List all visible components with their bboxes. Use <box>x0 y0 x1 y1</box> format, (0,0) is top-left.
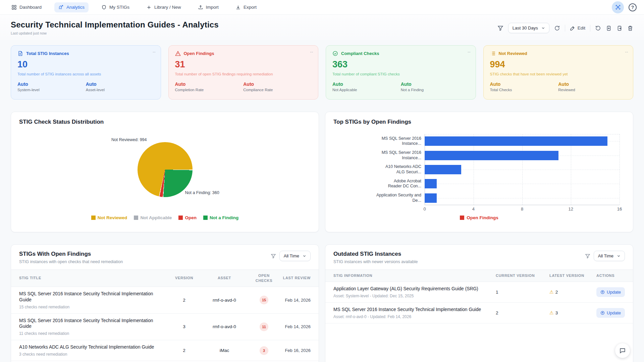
bar[interactable] <box>425 165 461 174</box>
undo-icon[interactable] <box>595 25 601 31</box>
import-upload-icon <box>198 5 203 10</box>
version-cell: 3 <box>169 313 199 340</box>
bar-row: Adobe AcrobatReader DC Con... <box>333 177 620 191</box>
nav-export[interactable]: Export <box>231 2 261 12</box>
date-range-select[interactable]: Last 30 Days <box>508 23 549 33</box>
pie-legend-item[interactable]: Not Applicable <box>134 215 172 220</box>
pie-chart-title: STIG Check Status Distribution <box>19 119 311 125</box>
table-subtitle: STIG instances with newer versions avail… <box>333 259 418 264</box>
nav-my-stigs[interactable]: My STIGs <box>97 2 133 12</box>
pie-chart-area: Not Reviewed: 994 Not a Finding: 360 <box>19 127 311 212</box>
nav-library-new[interactable]: Library / New <box>142 2 185 12</box>
pie[interactable] <box>138 142 193 197</box>
card-menu-button[interactable]: -- <box>625 50 628 54</box>
axis-tick: 8 <box>521 206 523 212</box>
delete-trash-icon[interactable] <box>627 25 633 31</box>
update-button[interactable]: Update <box>596 287 625 297</box>
dashboard-grid-icon <box>11 5 17 10</box>
last-review-cell: Feb 14, 2026 <box>278 287 319 313</box>
legend-swatch <box>460 216 464 220</box>
table-row[interactable]: Application Layer Gateway (ALG) Security… <box>325 282 633 302</box>
outdated-instances-table-card: Outdated STIG Instances STIG instances w… <box>325 244 633 362</box>
chevron-down-icon <box>541 26 545 30</box>
bar[interactable] <box>425 151 558 160</box>
card-menu-button[interactable]: -- <box>153 50 156 54</box>
remediation-note: 11 checks need remediation <box>19 331 166 336</box>
card-menu-button[interactable]: -- <box>310 50 313 54</box>
refresh-icon[interactable] <box>554 25 560 31</box>
analytics-chart-icon <box>58 5 64 10</box>
pie-legend-item[interactable]: Not Reviewed <box>91 215 127 220</box>
table-row[interactable]: A10 Networks ADC ALG Security Technical … <box>11 340 319 361</box>
stat-description: Total number of open STIG findings requi… <box>175 72 312 76</box>
stat-title: Open Findings <box>184 51 214 56</box>
stat-card-not-reviewed: -- Not Reviewed 994 STIG checks that hav… <box>483 45 634 100</box>
stat-description: STIG checks that have not been reviewed … <box>490 72 627 76</box>
table-row[interactable]: MS SQL Server 2016 Instance Security Tec… <box>11 313 319 340</box>
legend-swatch <box>203 216 208 220</box>
bar[interactable] <box>425 179 437 188</box>
gridline <box>620 134 620 205</box>
time-filter-select[interactable]: All Time <box>594 251 625 261</box>
bar-chart-card: Top STIGs by Open Findings MS SQL Server… <box>325 112 633 232</box>
last-updated-text: Last updated just now <box>11 31 219 35</box>
column-header: LAST REVIEW <box>278 270 319 287</box>
time-filter-select[interactable]: All Time <box>279 251 311 261</box>
help-button[interactable]: ? <box>629 3 637 11</box>
current-version-cell: 1 <box>493 282 547 302</box>
stig-title: Application Layer Gateway (ALG) Security… <box>333 286 490 292</box>
clipboard-export-icon[interactable] <box>616 25 623 31</box>
stig-title: MS SQL Server 2016 Instance Security Tec… <box>19 318 166 330</box>
bar-category-label: MS SQL Server 2016Instance... <box>333 136 421 146</box>
bar-axis: 0481216 <box>425 205 620 213</box>
bar-chart-title: Top STIGs by Open Findings <box>333 119 625 125</box>
open-checks-badge: 15 <box>260 296 268 304</box>
update-arrow-icon <box>600 311 605 315</box>
latest-version-value: 3 <box>555 310 558 315</box>
stat-value: 31 <box>175 59 312 70</box>
stat-value: 363 <box>332 59 469 70</box>
bar-category-label: Adobe AcrobatReader DC Con... <box>333 179 421 189</box>
axis-tick: 16 <box>617 206 622 212</box>
warning-triangle-icon <box>175 51 181 56</box>
plus-icon <box>146 5 152 10</box>
fullscreen-button[interactable] <box>612 1 624 13</box>
column-header: LATEST VERSION <box>547 270 594 282</box>
asset-meta: Asset: rmf-o-avd-0 - Updated: Feb 14, 20… <box>333 314 490 319</box>
stat-cards-row: -- Total STIG Instances 10 Total number … <box>11 45 633 100</box>
chevron-down-icon <box>617 254 621 258</box>
pie-legend-item[interactable]: Open <box>178 215 197 220</box>
nav-dashboard[interactable]: Dashboard <box>7 2 46 12</box>
filter-funnel-icon[interactable] <box>271 253 276 259</box>
legend-swatch <box>134 216 138 220</box>
chat-button[interactable] <box>615 343 630 358</box>
export-download-icon <box>235 5 241 10</box>
asset-cell: rmf-o-avd-0 <box>199 287 250 313</box>
last-review-cell: Feb 16, 2026 <box>278 340 319 361</box>
axis-tick: 0 <box>423 206 426 212</box>
remediation-note: 15 checks need remediation <box>19 305 166 309</box>
column-header: ASSET <box>199 270 250 287</box>
clipboard-import-icon[interactable] <box>606 25 612 31</box>
bar[interactable] <box>425 193 437 203</box>
outdated-instances-table: STIG INFORMATION CURRENT VERSION LATEST … <box>325 269 633 323</box>
bar-legend-item[interactable]: Open Findings <box>333 215 625 220</box>
filter-funnel-icon[interactable] <box>497 25 503 31</box>
last-review-cell: Feb 14, 2026 <box>278 313 319 340</box>
table-row[interactable]: MS SQL Server 2016 Instance Security Tec… <box>325 302 633 323</box>
table-row[interactable]: MS SQL Server 2016 Instance Security Tec… <box>11 287 319 313</box>
column-header: VERSION <box>169 270 199 287</box>
bar-category-label: Application Security andDe... <box>333 193 421 203</box>
filter-funnel-icon[interactable] <box>585 253 590 259</box>
warning-icon: ⚠ <box>549 289 554 295</box>
nav-analytics[interactable]: Analytics <box>54 2 89 12</box>
axis-tick: 4 <box>472 206 475 212</box>
pie-legend-item[interactable]: Not a Finding <box>203 215 238 220</box>
nav-import[interactable]: Import <box>194 2 223 12</box>
bar[interactable] <box>425 136 607 146</box>
asset-meta: Asset: System-level - Updated: Dec 15, 2… <box>333 294 490 298</box>
edit-button[interactable]: Edit <box>570 25 585 31</box>
update-button[interactable]: Update <box>596 308 625 318</box>
open-checks-badge: 3 <box>260 346 268 355</box>
card-menu-button[interactable]: -- <box>468 50 471 54</box>
